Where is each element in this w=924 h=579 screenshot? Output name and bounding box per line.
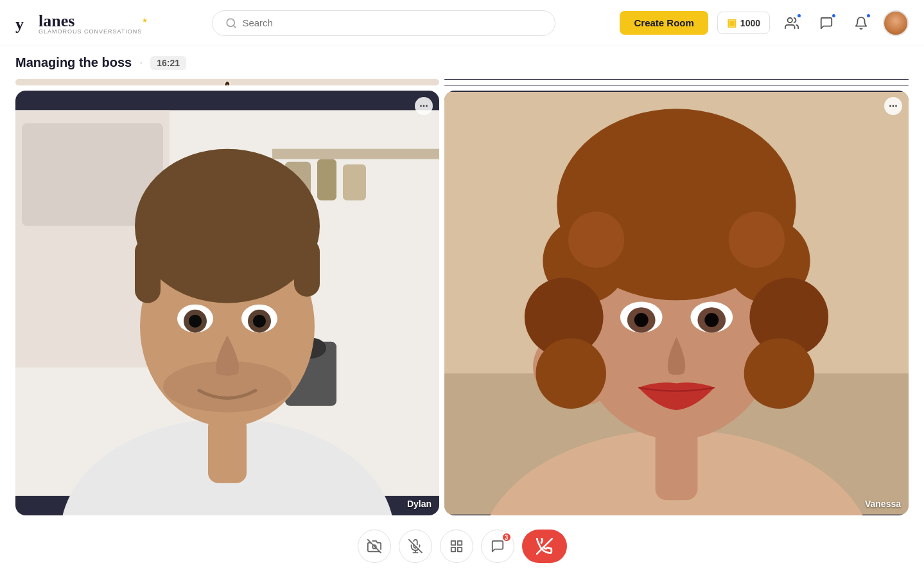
- search-bar[interactable]: [212, 10, 555, 36]
- svg-rect-142: [457, 548, 461, 551]
- controls-bar: 3: [0, 522, 924, 575]
- credits-value: 1000: [740, 18, 760, 28]
- participant-main-video: [15, 82, 439, 85]
- room-timer: 16:21: [150, 56, 186, 70]
- room-title: Managing the boss: [15, 55, 132, 70]
- participant-label-dylan: Dylan: [407, 499, 431, 509]
- svg-point-109: [189, 314, 202, 327]
- credits-badge[interactable]: ▣ 1000: [717, 12, 770, 34]
- svg-point-125: [536, 338, 606, 409]
- camera-toggle-button[interactable]: [358, 530, 391, 563]
- svg-point-130: [729, 211, 785, 268]
- svg-rect-94: [317, 159, 336, 200]
- logo-star: ★: [142, 17, 148, 24]
- avatar[interactable]: [883, 10, 909, 36]
- svg-point-110: [253, 314, 266, 327]
- svg-point-135: [634, 313, 649, 327]
- svg-rect-141: [457, 541, 461, 545]
- search-input[interactable]: [242, 17, 542, 28]
- header: y lanes GLAMOROUS CONVERSATIONS ★ Create…: [0, 0, 924, 46]
- logo-tagline: GLAMOROUS CONVERSATIONS: [39, 28, 142, 35]
- logo-wordmark: lanes: [39, 12, 74, 30]
- svg-point-128: [744, 338, 815, 409]
- svg-point-101: [135, 148, 320, 303]
- svg-point-129: [568, 211, 625, 268]
- camera-off-icon: [367, 539, 381, 553]
- participant-vanessa-video: [444, 91, 909, 515]
- credits-icon: ▣: [727, 17, 737, 29]
- more-menu-vanessa[interactable]: ···: [884, 97, 902, 115]
- chat-badge: 3: [501, 532, 512, 542]
- video-tile-jane: ··· Jane: [444, 79, 909, 80]
- svg-rect-92: [272, 148, 439, 159]
- people-button[interactable]: [779, 10, 805, 36]
- mic-off-icon: [408, 539, 423, 553]
- messages-notification-dot: [831, 13, 837, 19]
- svg-point-3: [788, 17, 792, 22]
- create-room-button[interactable]: Create Room: [620, 11, 708, 35]
- chat-icon: [491, 539, 505, 553]
- room-title-bar: Managing the boss · 16:21: [0, 46, 924, 79]
- svg-line-2: [234, 25, 236, 27]
- header-actions: Create Room ▣ 1000: [620, 10, 909, 36]
- end-call-icon: [536, 538, 553, 555]
- grid-toggle-button[interactable]: [440, 530, 473, 563]
- video-tile-vanessa: ··· Vanessa: [444, 91, 909, 515]
- svg-rect-95: [343, 164, 366, 200]
- svg-text:y: y: [15, 15, 24, 33]
- messages-button[interactable]: [814, 10, 839, 36]
- video-tile-dylan: ··· Dylan: [15, 91, 439, 515]
- video-grid: ··· Jane: [0, 79, 924, 522]
- title-separator: ·: [139, 56, 143, 69]
- participant-dylan-video: [15, 91, 439, 515]
- svg-rect-102: [135, 238, 161, 303]
- chat-button[interactable]: 3: [481, 530, 514, 563]
- notifications-button[interactable]: [848, 10, 874, 36]
- people-notification-dot: [796, 13, 802, 19]
- logo-icon: y: [15, 13, 36, 33]
- mic-toggle-button[interactable]: [399, 530, 432, 563]
- grid-icon: [449, 539, 464, 553]
- video-tile-helen: ··· Helen: [444, 85, 909, 85]
- search-icon: [225, 17, 237, 29]
- more-menu-dylan[interactable]: ···: [415, 97, 433, 115]
- bell-notification-dot: [866, 13, 871, 19]
- logo[interactable]: y lanes GLAMOROUS CONVERSATIONS ★: [15, 12, 148, 35]
- participant-label-vanessa: Vanessa: [865, 499, 901, 509]
- video-tile-main: [15, 79, 439, 85]
- svg-point-136: [704, 313, 719, 327]
- svg-rect-103: [294, 238, 320, 296]
- svg-rect-140: [451, 541, 455, 545]
- svg-line-137: [367, 540, 380, 553]
- end-call-button[interactable]: [522, 530, 567, 563]
- svg-rect-143: [451, 548, 455, 551]
